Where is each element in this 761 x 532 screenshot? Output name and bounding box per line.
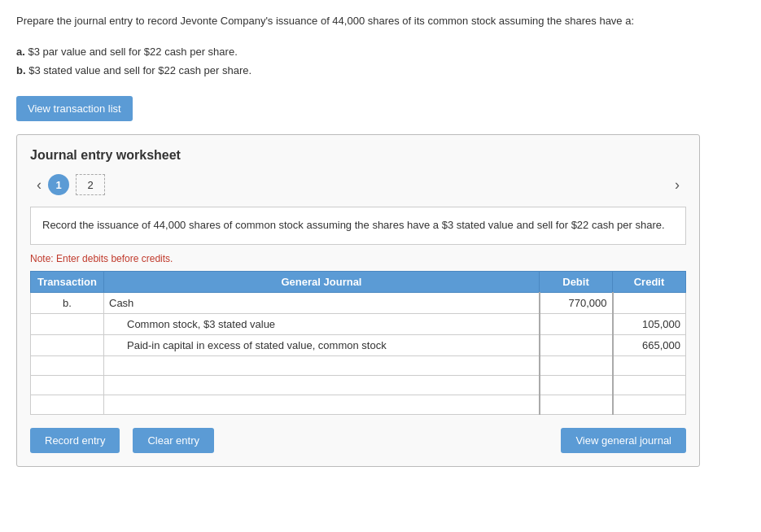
problem-items: a. $3 par value and sell for $22 cash pe… bbox=[16, 42, 745, 81]
header-credit: Credit bbox=[613, 272, 686, 293]
credit-common-stock: 105,000 bbox=[613, 314, 686, 335]
credit-paid-in-capital: 665,000 bbox=[613, 335, 686, 356]
next-button[interactable]: › bbox=[668, 175, 686, 195]
header-transaction: Transaction bbox=[31, 272, 104, 293]
desc-cash: Cash bbox=[104, 293, 540, 314]
credit-cash bbox=[613, 293, 686, 314]
tab-1[interactable]: 1 bbox=[48, 174, 69, 195]
intro-text: Prepare the journal entry to record Jevo… bbox=[16, 13, 745, 29]
header-general-journal: General Journal bbox=[104, 272, 540, 293]
nav-row: ‹ 1 2 › bbox=[30, 174, 686, 195]
item-a: a. $3 par value and sell for $22 cash pe… bbox=[16, 42, 745, 61]
table-row-empty-3 bbox=[31, 395, 686, 415]
tab-2[interactable]: 2 bbox=[76, 174, 105, 195]
view-general-journal-button[interactable]: View general journal bbox=[561, 428, 686, 453]
note-text: Note: Enter debits before credits. bbox=[30, 253, 686, 264]
tx-empty-2 bbox=[31, 335, 104, 356]
header-debit: Debit bbox=[540, 272, 613, 293]
instruction-box: Record the issuance of 44,000 shares of … bbox=[30, 207, 686, 245]
worksheet-container: Journal entry worksheet ‹ 1 2 › Record t… bbox=[16, 134, 700, 467]
tx-empty-1 bbox=[31, 314, 104, 335]
debit-paid-in-capital bbox=[540, 335, 613, 356]
table-row-empty-1 bbox=[31, 356, 686, 376]
clear-entry-button[interactable]: Clear entry bbox=[133, 428, 214, 453]
desc-paid-in-capital: Paid-in capital in excess of stated valu… bbox=[104, 335, 540, 356]
view-transaction-button[interactable]: View transaction list bbox=[16, 96, 133, 121]
prev-button[interactable]: ‹ bbox=[30, 175, 48, 195]
tx-b: b. bbox=[31, 293, 104, 314]
worksheet-title: Journal entry worksheet bbox=[30, 148, 686, 163]
journal-table: Transaction General Journal Debit Credit… bbox=[30, 271, 686, 415]
table-row: b. Cash 770,000 bbox=[31, 293, 686, 314]
debit-common-stock bbox=[540, 314, 613, 335]
table-row: Common stock, $3 stated value 105,000 bbox=[31, 314, 686, 335]
desc-common-stock: Common stock, $3 stated value bbox=[104, 314, 540, 335]
table-row-empty-2 bbox=[31, 376, 686, 395]
item-b: b. $3 stated value and sell for $22 cash… bbox=[16, 61, 745, 80]
debit-cash: 770,000 bbox=[540, 293, 613, 314]
table-row: Paid-in capital in excess of stated valu… bbox=[31, 335, 686, 356]
button-row: Record entry Clear entry View general jo… bbox=[30, 428, 686, 453]
record-entry-button[interactable]: Record entry bbox=[30, 428, 120, 453]
